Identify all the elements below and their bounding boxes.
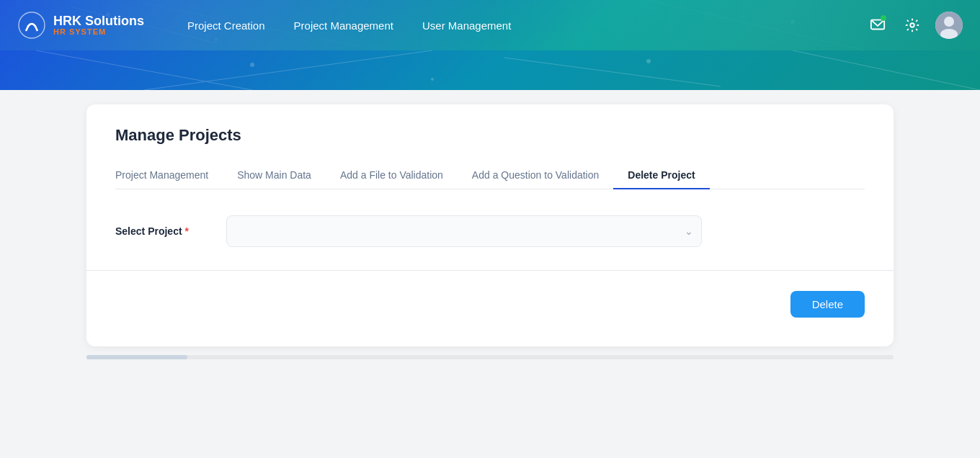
- tab-delete-project[interactable]: Delete Project: [613, 162, 709, 189]
- nav-project-creation[interactable]: Project Creation: [187, 17, 265, 35]
- svg-point-5: [790, 19, 795, 24]
- hero-band: [0, 50, 980, 90]
- tab-add-question-validation[interactable]: Add a Question to Validation: [458, 162, 613, 189]
- logo-sub: HR SYSTEM: [53, 27, 144, 36]
- logo-text: HRK Solutions HR SYSTEM: [53, 14, 144, 36]
- tab-add-file-validation[interactable]: Add a File to Validation: [326, 162, 458, 189]
- svg-point-16: [250, 63, 254, 67]
- tab-show-main-data[interactable]: Show Main Data: [223, 162, 326, 189]
- svg-point-8: [910, 23, 914, 27]
- logo[interactable]: HRK Solutions HR SYSTEM: [17, 11, 144, 40]
- form-divider: [86, 270, 894, 271]
- select-project-dropdown[interactable]: [226, 215, 702, 247]
- tabs-bar: Project Management Show Main Data Add a …: [115, 162, 865, 189]
- svg-line-13: [144, 50, 432, 90]
- action-bar: Delete: [115, 291, 865, 318]
- nav-project-management[interactable]: Project Management: [294, 17, 393, 35]
- svg-point-6: [19, 12, 45, 38]
- svg-point-10: [944, 17, 954, 27]
- select-project-wrapper: ⌄: [226, 215, 702, 247]
- logo-name: HRK Solutions: [53, 14, 144, 27]
- header: HRK Solutions HR SYSTEM Project Creation…: [0, 0, 980, 50]
- svg-line-12: [36, 50, 252, 90]
- scroll-indicator: [86, 355, 894, 359]
- user-avatar[interactable]: [935, 12, 963, 39]
- svg-line-2: [649, 0, 865, 50]
- card-title: Manage Projects: [115, 126, 865, 145]
- select-project-label: Select Project *: [115, 225, 209, 237]
- svg-line-15: [793, 50, 980, 90]
- main-nav: Project Creation Project Management User…: [187, 17, 511, 35]
- tab-project-management[interactable]: Project Management: [115, 162, 223, 189]
- required-marker: *: [185, 225, 189, 237]
- scroll-thumb: [86, 355, 187, 359]
- messages-icon-button[interactable]: [866, 14, 889, 37]
- svg-point-4: [215, 38, 218, 41]
- settings-icon-button[interactable]: [901, 14, 924, 37]
- header-right: [866, 12, 963, 39]
- select-project-row: Select Project * ⌄: [115, 215, 865, 247]
- manage-projects-card: Manage Projects Project Management Show …: [86, 104, 894, 346]
- svg-point-18: [646, 59, 651, 63]
- svg-line-14: [504, 58, 721, 86]
- logo-icon: [17, 11, 46, 40]
- delete-button[interactable]: Delete: [790, 291, 865, 318]
- main-content: Manage Projects Project Management Show …: [0, 90, 980, 458]
- nav-user-management[interactable]: User Management: [422, 17, 511, 35]
- svg-point-17: [431, 78, 434, 81]
- notification-dot: [881, 15, 886, 21]
